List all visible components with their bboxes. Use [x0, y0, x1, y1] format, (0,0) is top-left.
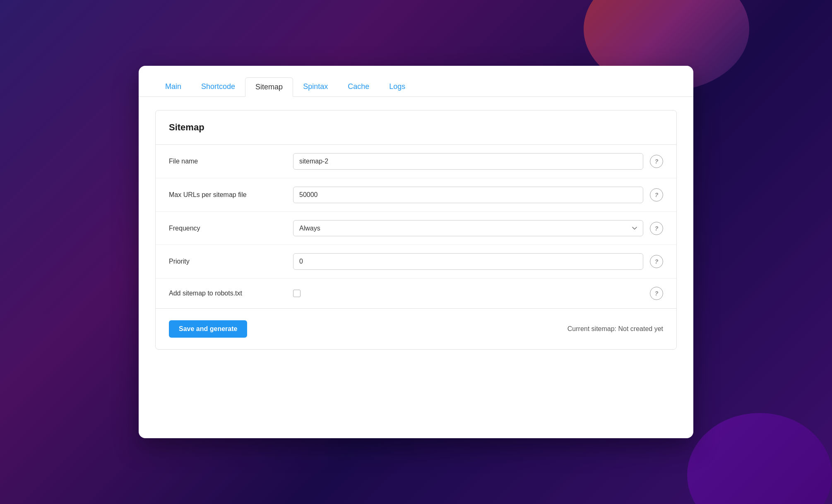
help-icon-robots[interactable]: ?: [650, 287, 663, 300]
select-frequency[interactable]: Always Hourly Daily Weekly Monthly Yearl…: [293, 220, 643, 236]
tabs-header: Main Shortcode Sitemap Spintax Cache Log…: [139, 66, 693, 97]
form-rows: File name ? Max URLs per sitemap file ?: [156, 145, 676, 308]
tab-spintax[interactable]: Spintax: [293, 77, 338, 97]
tab-cache[interactable]: Cache: [338, 77, 379, 97]
label-priority: Priority: [169, 258, 285, 265]
checkbox-robots[interactable]: [293, 290, 301, 297]
main-card: Main Shortcode Sitemap Spintax Cache Log…: [139, 66, 693, 438]
label-filename: File name: [169, 158, 285, 165]
form-row-priority: Priority ?: [156, 245, 676, 278]
tab-sitemap[interactable]: Sitemap: [245, 77, 293, 97]
help-icon-filename[interactable]: ?: [650, 155, 663, 168]
control-wrap-robots: ?: [293, 287, 663, 300]
help-icon-priority[interactable]: ?: [650, 255, 663, 268]
tab-logs[interactable]: Logs: [379, 77, 415, 97]
content-area: Sitemap File name ? Max URLs per sitemap…: [139, 97, 693, 363]
label-frequency: Frequency: [169, 225, 285, 232]
section-title: Sitemap: [156, 110, 676, 145]
form-row-maxurls: Max URLs per sitemap file ?: [156, 178, 676, 212]
input-priority[interactable]: [293, 253, 643, 270]
help-icon-maxurls[interactable]: ?: [650, 188, 663, 202]
input-filename[interactable]: [293, 153, 643, 170]
control-wrap-filename: ?: [293, 153, 663, 170]
control-wrap-frequency: Always Hourly Daily Weekly Monthly Yearl…: [293, 220, 663, 236]
label-robots: Add sitemap to robots.txt: [169, 290, 285, 297]
help-icon-frequency[interactable]: ?: [650, 222, 663, 235]
form-row-robots: Add sitemap to robots.txt ?: [156, 278, 676, 308]
save-button[interactable]: Save and generate: [169, 320, 247, 338]
sitemap-status: Current sitemap: Not created yet: [567, 325, 663, 333]
form-row-filename: File name ?: [156, 145, 676, 178]
section-card: Sitemap File name ? Max URLs per sitemap…: [155, 110, 677, 350]
label-maxurls: Max URLs per sitemap file: [169, 191, 285, 199]
form-row-frequency: Frequency Always Hourly Daily Weekly Mon…: [156, 212, 676, 245]
tab-main[interactable]: Main: [155, 77, 191, 97]
input-maxurls[interactable]: [293, 187, 643, 203]
control-wrap-priority: ?: [293, 253, 663, 270]
footer-row: Save and generate Current sitemap: Not c…: [156, 308, 676, 349]
tab-shortcode[interactable]: Shortcode: [191, 77, 245, 97]
control-wrap-maxurls: ?: [293, 187, 663, 203]
